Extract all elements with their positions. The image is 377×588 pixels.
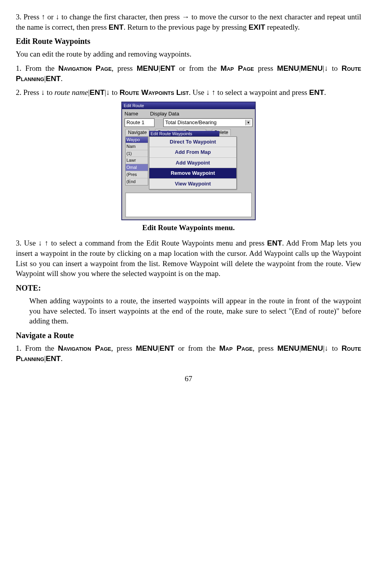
key-menu: MENU (301, 64, 323, 72)
left-cell: (Pres (126, 171, 148, 178)
key-ent: ENT (160, 64, 175, 72)
dropdown-icon[interactable]: ▾ (245, 120, 251, 125)
text: , press (253, 344, 277, 352)
left-cell: (1) (126, 150, 148, 157)
key-menu: MENU (277, 344, 300, 352)
key-ent: ENT (109, 23, 124, 31)
screenshot-container: Edit Route Name Display Data Route 1 Tot… (121, 102, 256, 220)
down-arrow-icon: ↓ (324, 64, 328, 72)
text: to select a waypoint and press (215, 88, 309, 96)
up-arrow-icon: ↑ (41, 13, 45, 21)
inner-window-titlebar: Edit Route Waypoints (149, 131, 219, 137)
display-data-label: Display Data (150, 110, 179, 117)
key-ent: ENT (46, 354, 61, 363)
up-arrow-icon: ↑ (45, 239, 49, 247)
right-arrow-icon: → (182, 13, 189, 21)
map-page: Map Page (221, 64, 254, 72)
key-ent: ENT (46, 74, 61, 83)
menu-item-add-from-map[interactable]: Add From Map (149, 147, 236, 158)
context-menu: Direct To Waypoint Add From Map Add Wayp… (149, 136, 237, 189)
left-col-header: Waypo (126, 137, 148, 143)
menu-item-view-waypoint[interactable]: View Waypoint (149, 179, 236, 189)
key-menu: MENU (136, 344, 158, 352)
map-page: Map Page (219, 344, 253, 352)
note-body: When adding waypoints to a route, the in… (29, 296, 361, 326)
heading-navigate-route: Navigate a Route (16, 330, 361, 341)
route-name-value: Route 1 (126, 119, 145, 126)
display-data-value: Total Distance/Bearing (165, 119, 217, 126)
paragraph-navigate-step1: 1. From the Navigation Page, press MENU|… (16, 343, 361, 363)
text: . (61, 354, 63, 363)
name-label: Name (124, 110, 138, 117)
left-column: Waypo Nam (1) Lawr Omal (Pres (End (125, 136, 148, 185)
text: or (45, 13, 55, 21)
text: to (45, 88, 54, 96)
down-arrow-icon: ↓ (41, 88, 45, 96)
menu-item-remove-waypoint[interactable]: Remove Waypoint (149, 168, 236, 179)
paragraph-step3-intro: 3. Press ↑ or ↓ to change the first char… (16, 12, 361, 32)
text: to (328, 344, 341, 352)
down-arrow-icon: ↓ (56, 13, 60, 21)
text: 3. Use (16, 239, 38, 247)
key-ent: ENT (90, 88, 105, 96)
left-cell: (End (126, 178, 148, 185)
route-waypoints-list: Route Waypoints List (119, 88, 188, 96)
page-number: 67 (16, 374, 361, 384)
down-arrow-icon: ↓ (38, 239, 42, 247)
tab-navigate[interactable]: Navigate (125, 129, 149, 136)
text: 1. From the (16, 344, 58, 352)
key-menu: MENU (137, 64, 159, 72)
key-ent: ENT (267, 239, 282, 247)
text: . Use (189, 88, 206, 96)
paragraph-step2: 2. Press ↓ to route name|ENT|↓ to Route … (16, 87, 361, 98)
down-arrow-icon: ↓ (106, 88, 110, 96)
menu-item-direct-to[interactable]: Direct To Waypoint (149, 137, 236, 147)
text: 2. Press (16, 88, 41, 96)
text: 1. From the (16, 64, 58, 72)
key-exit: EXIT (249, 23, 265, 31)
window-titlebar: Edit Route (122, 102, 255, 109)
route-name-italic: route name (55, 88, 88, 96)
text: , press (111, 344, 136, 352)
up-arrow-icon: ↑ (212, 88, 216, 96)
left-cell: Lawr (126, 157, 148, 164)
paragraph-intro: You can edit the route by adding and rem… (16, 49, 361, 59)
left-cell: Nam (126, 143, 148, 150)
text: 3. Press (16, 13, 41, 21)
text: . Return to the previous page by pressin… (124, 23, 249, 31)
key-menu: MENU (301, 344, 323, 352)
down-arrow-icon: ↓ (324, 344, 328, 352)
text: to select a command from the Edit Route … (49, 239, 267, 247)
text: to change the first character, then pres… (59, 13, 182, 21)
text: or from the (174, 344, 219, 352)
text: . (61, 74, 63, 83)
text: repeatedly. (265, 23, 300, 31)
nav-page: Navigation Page (58, 344, 111, 352)
key-menu: MENU (277, 64, 299, 72)
text: or from the (175, 64, 221, 72)
left-cell: Omal (126, 164, 148, 171)
heading-edit-route-waypoints: Edit Route Waypoints (16, 36, 361, 47)
route-name-field[interactable]: Route 1 (124, 118, 155, 127)
key-ent: ENT (159, 344, 174, 352)
down-arrow-icon: ↓ (206, 88, 210, 96)
text: to (328, 64, 341, 72)
inner-bottom-panel (125, 193, 252, 217)
paragraph-step1: 1. From the Navigation Page, press MENU|… (16, 63, 361, 83)
nav-page: Navigation Page (58, 64, 112, 72)
display-data-field[interactable]: Total Distance/Bearing▾ (163, 118, 253, 127)
screenshot-caption: Edit Route Waypoints menu. (16, 223, 361, 233)
key-ent: ENT (309, 88, 324, 96)
menu-item-add-waypoint[interactable]: Add Waypoint (149, 158, 236, 168)
text: to (110, 88, 119, 96)
text: . (324, 88, 326, 96)
text: press (254, 64, 277, 72)
text: , press (112, 64, 137, 72)
paragraph-step3: 3. Use ↓ ↑ to select a command from the … (16, 238, 361, 279)
screenshot: Edit Route Name Display Data Route 1 Tot… (121, 102, 256, 220)
note-heading: NOTE: (16, 283, 361, 293)
